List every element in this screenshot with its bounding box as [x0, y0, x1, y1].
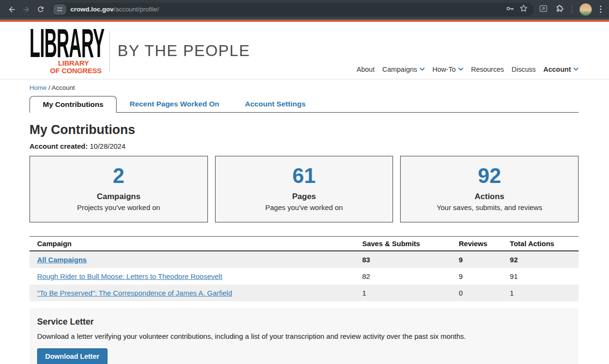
nav-item-resources[interactable]: Resources — [471, 66, 504, 73]
browser-toolbar: crowd.loc.gov/account/profile/ — [0, 0, 609, 19]
account-tabs: My Contributions Recent Pages Worked On … — [29, 96, 579, 113]
cell-saves: 82 — [354, 268, 451, 285]
cell-saves: 83 — [354, 251, 451, 268]
page-title: My Contributions — [29, 123, 579, 137]
toolbar-divider — [572, 5, 572, 14]
page-content: Home / Account My Contributions Recent P… — [0, 84, 609, 364]
stat-value: 61 — [216, 164, 393, 188]
stat-card-pages: 61 Pages Pages you've worked on — [215, 156, 393, 222]
cell-reviews: 0 — [451, 285, 502, 301]
stat-label: Pages — [216, 192, 393, 201]
chevron-down-icon — [573, 67, 579, 71]
menu-kebab-icon[interactable] — [599, 5, 602, 14]
profile-avatar[interactable] — [580, 3, 592, 16]
account-created-value: 10/28/2024 — [88, 142, 126, 150]
nav-item-about[interactable]: About — [357, 66, 375, 73]
stat-description: Projects you've worked on — [30, 203, 207, 211]
col-header-saves: Saves & Submits — [354, 236, 451, 251]
tab-my-contributions[interactable]: My Contributions — [29, 96, 117, 113]
col-header-reviews: Reviews — [451, 236, 502, 251]
table-row: "To Be Preserved": The Correspondence of… — [29, 285, 579, 301]
cell-total: 92 — [502, 251, 579, 268]
stat-label: Campaigns — [30, 192, 207, 201]
url-text[interactable]: crowd.loc.gov/account/profile/ — [70, 6, 159, 13]
service-letter-section: Service Letter Download a letter verifyi… — [29, 308, 579, 364]
site-settings-icon[interactable] — [53, 4, 66, 15]
back-icon[interactable] — [5, 2, 19, 17]
campaign-link-garfield[interactable]: "To Be Preserved": The Correspondence of… — [37, 289, 232, 297]
service-letter-title: Service Letter — [37, 317, 571, 327]
table-row: Rough Rider to Bull Moose: Letters to Th… — [29, 268, 579, 285]
nav-item-how-to[interactable]: How-To — [432, 66, 463, 73]
breadcrumb-home-link[interactable]: Home — [29, 84, 47, 91]
logo-divider — [109, 31, 110, 72]
key-icon[interactable] — [505, 4, 515, 15]
col-header-campaign: Campaign — [29, 236, 354, 251]
site-header: LIBRARY LIBRARY OF CONGRESS BY THE PEOPL… — [0, 22, 609, 79]
account-created: Account created: 10/28/2024 — [29, 142, 579, 150]
stat-value: 2 — [30, 164, 207, 188]
url-domain: crowd.loc.gov — [70, 6, 114, 13]
side-panel-icon[interactable] — [539, 4, 548, 15]
site-title[interactable]: BY THE PEOPLE — [118, 42, 250, 60]
breadcrumb-current: Account — [52, 84, 75, 91]
loc-logo-wordmark: LIBRARY — [29, 28, 104, 57]
cell-saves: 1 — [354, 285, 451, 301]
forward-icon[interactable] — [19, 2, 33, 17]
table-header-row: Campaign Saves & Submits Reviews Total A… — [29, 236, 579, 251]
cell-total: 91 — [502, 268, 579, 285]
stat-label: Actions — [401, 192, 578, 201]
reload-icon[interactable] — [33, 2, 48, 17]
star-icon[interactable] — [519, 4, 528, 15]
download-letter-button[interactable]: Download Letter — [37, 348, 108, 364]
stat-description: Your saves, submits, and reviews — [401, 203, 578, 211]
stat-card-actions: 92 Actions Your saves, submits, and revi… — [400, 156, 579, 222]
stats-cards: 2 Campaigns Projects you've worked on 61… — [29, 156, 579, 222]
breadcrumb: Home / Account — [29, 84, 579, 91]
cell-reviews: 9 — [451, 268, 502, 285]
stat-description: Pages you've worked on — [216, 203, 393, 211]
stat-value: 92 — [401, 164, 578, 188]
campaign-link-all[interactable]: All Campaigns — [37, 256, 87, 264]
cell-reviews: 9 — [451, 251, 502, 268]
table-row: All Campaigns 83 9 92 — [29, 251, 579, 268]
address-bar[interactable]: crowd.loc.gov/account/profile/ — [51, 3, 534, 16]
campaign-link-roosevelt[interactable]: Rough Rider to Bull Moose: Letters to Th… — [37, 272, 222, 280]
chevron-down-icon — [458, 67, 463, 71]
tab-account-settings[interactable]: Account Settings — [232, 96, 318, 112]
url-path: /account/profile/ — [114, 6, 159, 13]
tab-recent-pages[interactable]: Recent Pages Worked On — [117, 96, 232, 112]
chevron-down-icon — [420, 67, 425, 71]
nav-item-account[interactable]: Account — [543, 66, 579, 73]
main-nav: About Campaigns How-To Resources Discuss… — [357, 66, 579, 73]
col-header-total: Total Actions — [502, 236, 579, 251]
nav-item-discuss[interactable]: Discuss — [511, 66, 536, 73]
cell-total: 1 — [502, 285, 579, 301]
stat-card-campaigns: 2 Campaigns Projects you've worked on — [29, 156, 208, 222]
account-created-label: Account created: — [29, 142, 88, 150]
service-letter-description: Download a letter verifying your volunte… — [37, 332, 571, 340]
breadcrumb-separator: / — [47, 84, 52, 91]
extensions-icon[interactable] — [555, 4, 565, 15]
nav-item-campaigns[interactable]: Campaigns — [382, 66, 424, 73]
contributions-table: Campaign Saves & Submits Reviews Total A… — [29, 236, 579, 301]
